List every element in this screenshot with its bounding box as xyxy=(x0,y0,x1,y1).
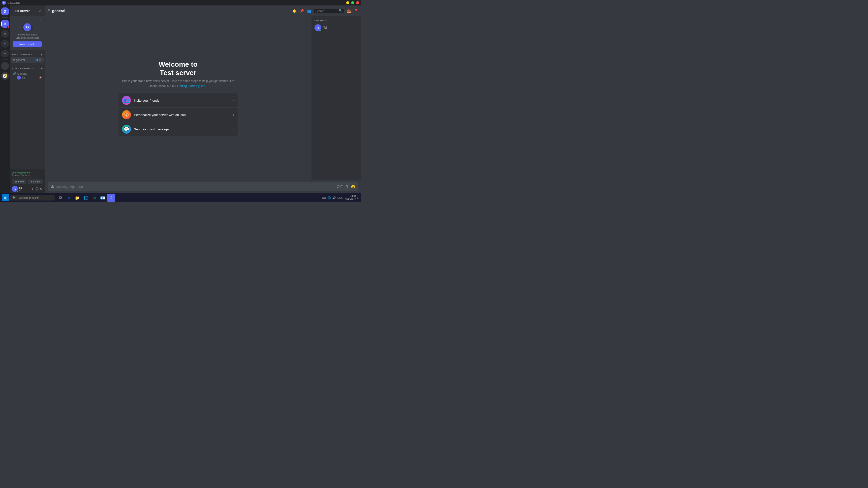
header-icons: 🔔 📌 👥 Search 🔍 📥 ❓ xyxy=(292,9,358,13)
message-input-area: ⊕ Message #general GIF 🗒 😊 xyxy=(44,180,361,193)
eng-label: ENG xyxy=(337,196,343,199)
taskbar-app-discord[interactable]: D xyxy=(107,194,115,202)
start-button[interactable]: ⊞ xyxy=(2,194,9,201)
server-initials: Ts xyxy=(4,23,6,25)
add-server-button[interactable]: + xyxy=(1,62,9,70)
action-text-invite: Invite your friends xyxy=(134,98,230,102)
getting-started-link[interactable]: Getting Started guide. xyxy=(177,84,206,88)
title-bar: D DISCORD xyxy=(0,0,361,5)
voice-member: TS 🔇 xyxy=(13,75,42,80)
message-input-box[interactable]: ⊕ Message #general GIF 🗒 😊 xyxy=(48,182,358,191)
action-item-personalize[interactable]: 🎨 Personalize your server with an icon › xyxy=(119,108,238,122)
send-message-icon: 💬 xyxy=(122,125,131,134)
taskbar-app-view[interactable]: ⧉ xyxy=(57,194,64,202)
headset-icon[interactable]: 🎧 xyxy=(35,187,39,191)
message-icons-right: GIF 🗒 😊 xyxy=(337,185,355,189)
taskbar-app-outlook[interactable]: 📧 xyxy=(99,194,106,202)
pin-icon[interactable]: 📌 xyxy=(300,9,304,13)
server-icon-test[interactable]: Ts xyxy=(1,20,9,28)
inbox-icon[interactable]: 📥 xyxy=(347,9,351,13)
microphone-icon[interactable]: 🎙 xyxy=(31,187,34,191)
user-ctrl-icons: 🎙 🎧 ⚙ xyxy=(31,187,43,191)
server-icon-4[interactable]: Ts xyxy=(1,50,9,58)
taskbar-search-text: Type here to search xyxy=(18,197,39,199)
title-bar-left: D DISCORD xyxy=(2,1,20,5)
server-header[interactable]: Test server ✕ xyxy=(10,5,44,17)
text-channels-header[interactable]: TEXT CHANNELS + xyxy=(10,52,44,57)
taskbar-search-box[interactable]: 🔍 Type here to search xyxy=(10,195,55,200)
user-avatar: TS xyxy=(12,186,18,192)
personalize-chevron: › xyxy=(233,113,234,117)
add-member-icon[interactable]: 👥 xyxy=(35,59,38,62)
channel-name: general xyxy=(16,59,35,62)
member-item[interactable]: TS TS xyxy=(313,23,359,32)
server-icon-3[interactable]: Ts xyxy=(1,40,9,47)
voice-channels-header[interactable]: VOICE CHANNELS + xyxy=(10,66,44,71)
taskbar-app-explorer[interactable]: 📁 xyxy=(73,194,81,202)
explore-servers-button[interactable]: 🧭 xyxy=(1,72,9,80)
text-channels-label: TEXT CHANNELS xyxy=(12,53,32,56)
welcome-card: Welcome to Test server This is your bran… xyxy=(119,60,238,136)
channel-sidebar: Test server ✕ ✕ Ts An adventure begins. … xyxy=(10,5,44,193)
window-controls xyxy=(346,1,359,4)
taskbar-app-excel[interactable]: ⊞ xyxy=(90,194,98,202)
speaker-icon: 🔊 xyxy=(13,72,17,75)
add-text-channel-button[interactable]: + xyxy=(41,53,43,57)
user-status-dot xyxy=(17,190,18,192)
user-display-name: TS xyxy=(19,186,30,189)
voice-member-avatar xyxy=(17,75,21,79)
members-icon[interactable]: 👥 xyxy=(307,9,311,13)
invite-people-button[interactable]: Invite People xyxy=(13,41,42,47)
notification-area-icon[interactable]: □ xyxy=(358,196,359,199)
taskbar-tray: ⌃ ⌨ 🌐 🔊 ENG 19:00 30/11/2020 □ xyxy=(318,195,359,201)
screen-button[interactable]: 🖥 Screen xyxy=(28,180,43,184)
taskbar-app-chrome[interactable]: 🌐 xyxy=(82,194,90,202)
tray-chevron[interactable]: ⌃ xyxy=(318,196,320,199)
taskbar-app-edge[interactable]: e xyxy=(65,194,73,202)
add-attachment-icon[interactable]: ⊕ xyxy=(51,184,54,189)
maximize-button[interactable] xyxy=(351,1,354,4)
channel-hash-icon: # xyxy=(13,58,15,62)
channel-header-hash-icon: # xyxy=(48,8,50,13)
emoji-icon[interactable]: 😊 xyxy=(351,185,355,189)
invite-friends-icon: 👥 xyxy=(122,96,131,105)
server-header-close[interactable]: ✕ xyxy=(38,9,42,13)
bell-icon[interactable]: 🔔 xyxy=(292,9,297,13)
windows-icon: ⊞ xyxy=(4,196,7,200)
help-icon[interactable]: ❓ xyxy=(354,9,358,13)
mute-icon: 🔇 xyxy=(39,76,42,79)
video-button[interactable]: 📹 Video xyxy=(12,180,27,184)
taskbar-apps: ⧉ e 📁 🌐 ⊞ 📧 D xyxy=(57,194,115,202)
add-voice-channel-button[interactable]: + xyxy=(41,66,43,70)
network-icon[interactable]: 🌐 xyxy=(328,196,331,199)
settings-icon[interactable]: ⚙ xyxy=(39,59,42,62)
action-item-invite[interactable]: 👥 Invite your friends › xyxy=(119,93,238,107)
avatar-main: Ts xyxy=(23,23,31,31)
active-pill xyxy=(1,22,2,26)
invite-chevron: › xyxy=(233,98,234,102)
app-container: D Ts Ts Ts Ts + 🧭 Test server ✕ ✕ xyxy=(0,5,361,193)
gif-icon[interactable]: GIF xyxy=(337,185,342,189)
sticker-icon[interactable]: 🗒 xyxy=(345,185,348,189)
search-box[interactable]: Search 🔍 xyxy=(314,9,344,13)
voice-channel-header: 🔊 General xyxy=(13,72,42,75)
popup-header: ✕ xyxy=(13,18,42,22)
minimize-button[interactable] xyxy=(346,1,349,4)
close-button[interactable] xyxy=(356,1,359,4)
user-settings-icon[interactable]: ⚙ xyxy=(40,187,43,191)
action-item-message[interactable]: 💬 Send your first message › xyxy=(119,122,238,136)
member-avatar: TS xyxy=(314,24,321,31)
channel-item-general[interactable]: # general 👥 ⚙ xyxy=(11,57,44,63)
welcome-popup: ✕ Ts An adventure begins. Let's add some… xyxy=(10,17,44,50)
taskbar-search-icon: 🔍 xyxy=(12,196,16,199)
voice-channel-general[interactable]: 🔊 General TS 🔇 xyxy=(11,71,44,81)
member-name: TS xyxy=(323,26,327,30)
keyboard-icon[interactable]: ⌨ xyxy=(322,196,326,199)
personalize-icon: 🎨 xyxy=(122,110,131,119)
volume-icon[interactable]: 🔊 xyxy=(332,196,336,199)
popup-close-button[interactable]: ✕ xyxy=(39,18,42,22)
discord-logo: D xyxy=(2,1,6,5)
server-icon-2[interactable]: Ts xyxy=(1,30,9,38)
discord-home-icon[interactable]: D xyxy=(1,7,9,15)
chat-messages: Welcome to Test server This is your bran… xyxy=(44,17,311,180)
